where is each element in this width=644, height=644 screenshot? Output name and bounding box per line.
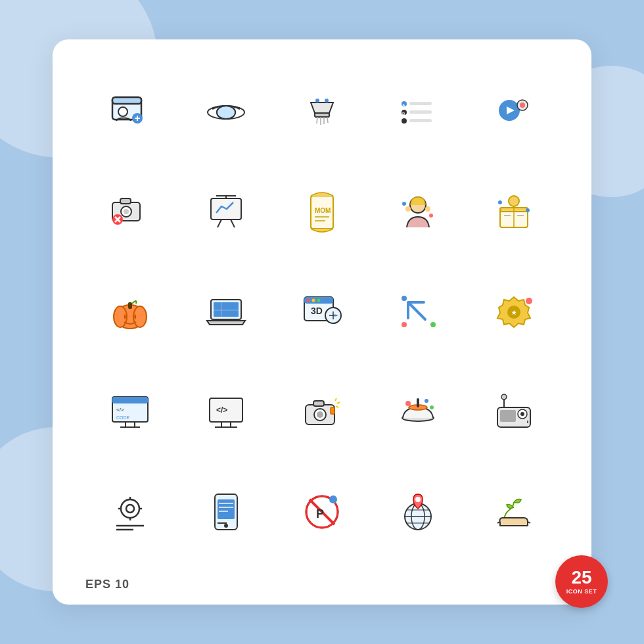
badge-label: ICON SET	[566, 588, 597, 595]
icon-code-monitor: </> CODE	[85, 365, 175, 459]
svg-rect-65	[214, 302, 239, 317]
svg-point-54	[509, 196, 519, 206]
svg-point-70	[307, 299, 310, 302]
svg-point-46	[425, 206, 430, 212]
svg-rect-104	[417, 398, 419, 407]
svg-point-76	[430, 322, 436, 327]
icon-arrow-up-left	[373, 265, 463, 359]
svg-line-38	[218, 219, 221, 227]
eps-label: EPS 10	[85, 578, 129, 591]
icon-globe-location	[373, 465, 463, 559]
footer-area: EPS 10	[85, 578, 559, 591]
svg-text:3D: 3D	[311, 306, 323, 316]
svg-text:</>: </>	[116, 407, 124, 413]
icon-laptop	[181, 265, 271, 359]
icon-mom-scroll: MOM	[277, 166, 367, 259]
icon-book-idea	[469, 166, 559, 259]
icon-food-serving	[373, 365, 463, 459]
svg-rect-19	[409, 110, 432, 114]
svg-point-8	[217, 106, 235, 119]
icon-3d-browser: 3D	[277, 265, 367, 359]
svg-rect-124	[218, 499, 235, 519]
icon-pumpkin	[85, 265, 175, 359]
icon-count-badge: 25 ICON SET	[555, 555, 608, 608]
icon-sheriff-badge: ★	[469, 265, 559, 359]
badge-number: 25	[571, 568, 591, 587]
svg-point-31	[124, 209, 129, 214]
icon-kitchen-hood	[277, 66, 367, 159]
svg-point-116	[126, 505, 134, 513]
svg-point-10	[315, 99, 319, 103]
svg-point-115	[121, 499, 139, 518]
svg-rect-21	[409, 119, 432, 122]
svg-point-113	[501, 394, 507, 400]
main-card: A B	[53, 39, 591, 605]
svg-point-2	[118, 107, 127, 116]
svg-line-12	[317, 117, 317, 124]
icon-woman-avatar	[373, 166, 463, 259]
svg-point-140	[415, 497, 421, 502]
icon-radio	[469, 365, 559, 459]
svg-line-39	[231, 219, 235, 227]
svg-rect-9	[315, 113, 329, 117]
icon-web-add-user	[85, 66, 175, 159]
svg-point-77	[402, 322, 407, 327]
svg-point-81	[526, 298, 532, 304]
icon-camera-delete	[85, 166, 175, 259]
svg-point-55	[498, 200, 502, 204]
svg-text:B: B	[402, 112, 405, 116]
icon-play-circle	[469, 66, 559, 159]
svg-point-48	[429, 214, 433, 218]
svg-point-97	[317, 411, 323, 418]
svg-point-78	[402, 296, 407, 301]
svg-rect-1	[112, 97, 141, 104]
svg-point-47	[402, 202, 406, 206]
svg-point-105	[405, 401, 411, 406]
svg-rect-109	[500, 410, 516, 422]
svg-point-56	[526, 208, 530, 212]
svg-point-71	[312, 299, 315, 302]
svg-text:MOM: MOM	[315, 207, 331, 214]
svg-rect-98	[331, 407, 334, 414]
icon-planet-ring	[181, 66, 271, 159]
svg-point-126	[224, 524, 228, 528]
svg-line-99	[335, 398, 336, 401]
icon-grid: A B	[85, 66, 559, 559]
svg-point-45	[405, 206, 411, 212]
svg-line-101	[336, 406, 338, 407]
svg-point-111	[520, 412, 524, 416]
svg-line-100	[337, 402, 340, 403]
svg-rect-83	[112, 397, 148, 403]
svg-rect-95	[313, 401, 324, 406]
icon-mobile-news	[181, 465, 271, 559]
svg-text:P: P	[316, 507, 324, 520]
svg-text:★: ★	[511, 310, 517, 316]
svg-line-15	[327, 117, 328, 123]
icon-code-display: </>	[181, 365, 271, 459]
icon-presentation-chart	[181, 166, 271, 259]
svg-rect-61	[128, 302, 132, 309]
svg-point-106	[425, 399, 428, 403]
svg-text:</>: </>	[216, 405, 227, 415]
icon-no-parking: P	[277, 465, 367, 559]
svg-point-72	[317, 299, 321, 302]
svg-text:CODE: CODE	[116, 415, 130, 420]
svg-rect-17	[409, 102, 432, 105]
svg-point-107	[430, 405, 434, 409]
svg-point-134	[329, 495, 337, 503]
svg-point-11	[325, 99, 329, 103]
svg-point-27	[520, 103, 525, 108]
icon-plant-hand	[469, 465, 559, 559]
svg-point-20	[402, 118, 407, 124]
icon-camera-flash	[277, 365, 367, 459]
icon-text-list: A B	[373, 66, 463, 159]
icon-settings-filter	[85, 465, 175, 559]
svg-rect-29	[120, 198, 131, 204]
svg-text:A: A	[402, 103, 405, 107]
